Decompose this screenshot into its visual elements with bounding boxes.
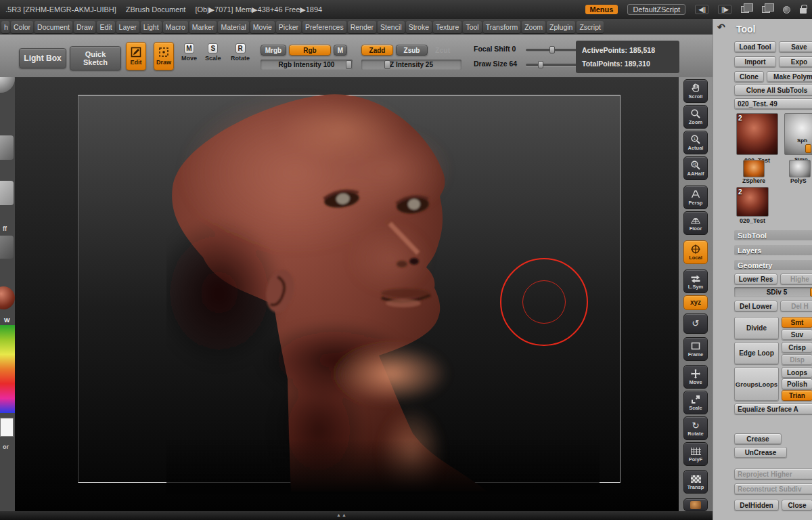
equalize-surface-area-button[interactable]: Equalize Surface A: [734, 404, 812, 414]
del-higher-button[interactable]: Del H: [780, 301, 812, 311]
del-lower-button[interactable]: Del Lower: [734, 301, 777, 311]
subtool-section-header[interactable]: SubTool: [734, 230, 812, 240]
active-tool-button[interactable]: 020_Test. 49: [734, 98, 812, 109]
mrgb-button[interactable]: Mrgb: [261, 45, 286, 56]
menu-item-zoom[interactable]: Zoom: [522, 21, 545, 33]
load-tool-button[interactable]: Load Tool: [734, 41, 776, 52]
slider-handle[interactable]: [384, 60, 390, 69]
higher-res-button[interactable]: Highe: [780, 274, 812, 284]
trian-button[interactable]: Trian: [782, 390, 812, 401]
menu-item-preferences[interactable]: Preferences: [302, 21, 346, 33]
doc-nav-right-button[interactable]: |||▶: [718, 5, 731, 14]
lsym-button[interactable]: L.Sym: [683, 269, 708, 293]
current-material-thumb[interactable]: [0, 135, 14, 160]
menu-item-stencil[interactable]: Stencil: [378, 21, 405, 33]
canvas-resize-arrows[interactable]: ▲▲: [336, 513, 347, 517]
draw-button[interactable]: Draw: [154, 42, 174, 70]
spin-button[interactable]: ↺: [683, 313, 708, 334]
divide-button[interactable]: Divide: [734, 317, 779, 339]
polyframe-button[interactable]: PolyF: [683, 442, 708, 466]
color-picker-gradient[interactable]: [0, 325, 15, 413]
transparency-button[interactable]: Transp: [683, 470, 708, 494]
rotate-mode-button[interactable]: R Rotate: [231, 43, 250, 62]
uncrease-button[interactable]: UnCrease: [734, 447, 787, 458]
crisp-button[interactable]: Crisp: [782, 342, 812, 353]
focal-shift-slider[interactable]: [526, 49, 579, 51]
m-button[interactable]: M: [334, 45, 347, 56]
export-button[interactable]: Expo: [779, 56, 812, 67]
partial-shelf-button[interactable]: [683, 498, 708, 511]
zsphere-thumb[interactable]: [743, 160, 765, 177]
scale-mode-button[interactable]: S Scale: [205, 43, 221, 62]
slider-handle[interactable]: [538, 61, 543, 68]
frame-button[interactable]: Frame: [683, 337, 708, 361]
zoom-button[interactable]: Zoom: [683, 105, 708, 129]
layers-section-header[interactable]: Layers: [734, 245, 812, 255]
import-button[interactable]: Import: [734, 56, 776, 67]
loops-button[interactable]: Loops: [782, 367, 812, 378]
polish-button[interactable]: Polish: [782, 378, 812, 389]
actual-button[interactable]: 1 Actual: [683, 131, 708, 154]
current-color-swatch[interactable]: [0, 418, 14, 437]
lock-icon[interactable]: [800, 8, 807, 14]
del-hidden-button[interactable]: DelHidden: [734, 500, 779, 511]
xyz-button[interactable]: xyz: [683, 295, 708, 310]
rgb-intensity-slider[interactable]: Rgb Intensity 100: [261, 60, 353, 70]
zadd-button[interactable]: Zadd: [361, 45, 393, 56]
crease-button[interactable]: Crease: [734, 433, 782, 444]
rgb-button[interactable]: Rgb: [289, 45, 331, 56]
menu-item-picker[interactable]: Picker: [276, 21, 301, 33]
clone-button[interactable]: Clone: [734, 71, 764, 82]
menu-item-tool[interactable]: Tool: [463, 21, 481, 33]
menu-item-color[interactable]: Color: [11, 21, 33, 33]
persp-button[interactable]: Persp: [683, 186, 708, 209]
menu-item-macro[interactable]: Macro: [163, 21, 188, 33]
move-mode-button[interactable]: M Move: [181, 43, 197, 62]
quicksketch-button[interactable]: Quick Sketch: [70, 46, 121, 70]
floor-button[interactable]: Floor: [683, 211, 708, 235]
scroll-button[interactable]: Scroll: [683, 79, 708, 103]
doc-nav-left-button[interactable]: ◀|||: [695, 5, 708, 14]
document-canvas[interactable]: [15, 77, 679, 511]
menu-item-zplugin[interactable]: Zplugin: [547, 21, 575, 33]
copy-config-icon[interactable]: [741, 6, 749, 13]
draw-size-slider[interactable]: [526, 64, 579, 66]
tool-thumb-previous[interactable]: 2: [736, 187, 769, 217]
disp-button[interactable]: Disp: [782, 354, 812, 365]
lightbox-button[interactable]: Light Box: [19, 48, 66, 68]
slider-handle[interactable]: [346, 60, 352, 69]
menu-item-light[interactable]: Light: [141, 21, 162, 33]
current-alpha-thumb[interactable]: [0, 236, 14, 259]
aahalf-button[interactable]: ½ AAHalf: [683, 156, 708, 180]
close-holes-button[interactable]: Close: [782, 500, 812, 511]
z-intensity-slider[interactable]: Z Intensity 25: [361, 60, 461, 70]
menu-item-movie[interactable]: Movie: [250, 21, 275, 33]
menu-item-layer[interactable]: Layer: [116, 21, 139, 33]
reconstruct-subdiv-button[interactable]: Reconstruct Subdiv: [734, 483, 812, 494]
tool-thumb-current[interactable]: 2: [736, 113, 778, 155]
material-ball-thumb[interactable]: [0, 286, 15, 309]
menu-item-transform[interactable]: Transform: [483, 21, 520, 33]
menu-item-zscript[interactable]: Zscript: [577, 21, 604, 33]
tray-collapse-icon[interactable]: ↶: [717, 22, 725, 32]
lower-res-button[interactable]: Lower Res: [734, 274, 777, 284]
save-as-button[interactable]: Save: [779, 41, 812, 52]
current-texture-thumb[interactable]: [0, 181, 14, 205]
menu-item-marker[interactable]: Marker: [189, 21, 217, 33]
edge-loop-button[interactable]: Edge Loop: [734, 342, 779, 364]
menu-item-texture[interactable]: Texture: [433, 21, 461, 33]
default-zscript-button[interactable]: DefaultZScript: [627, 4, 685, 15]
menu-item-draw[interactable]: Draw: [74, 21, 96, 33]
store-config-icon[interactable]: [762, 6, 770, 13]
menu-item-document[interactable]: Document: [35, 21, 72, 33]
menu-item-cut[interactable]: h: [1, 21, 9, 33]
smt-button[interactable]: Smt: [782, 317, 812, 328]
sphere-icon[interactable]: [783, 6, 790, 14]
menu-item-edit[interactable]: Edit: [97, 21, 114, 33]
groupsloops-button[interactable]: GroupsLoops: [734, 367, 779, 401]
suv-button[interactable]: Suv: [782, 329, 812, 340]
menu-item-material[interactable]: Material: [218, 21, 248, 33]
local-button[interactable]: Local: [683, 240, 708, 264]
scale-view-button[interactable]: Scale: [683, 391, 708, 414]
geometry-section-header[interactable]: Geometry: [734, 260, 812, 270]
